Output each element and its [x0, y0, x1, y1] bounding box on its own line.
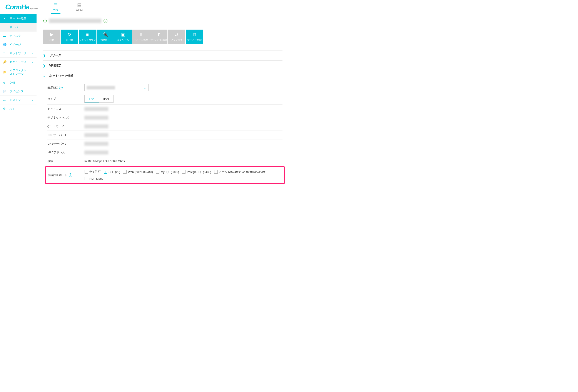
section-header-network[interactable]: ⌄ネットワーク情報 — [43, 74, 283, 78]
action-save-image: ⬇イメージ保存 — [132, 30, 150, 44]
main-content: ⏻ ? ▶起動 ⟳再起動 ■シャットダウン 🔌強制終了 ▣コンソール ⬇イメージ… — [37, 14, 289, 196]
sidebar-item-image[interactable]: 🌐イメージ — [0, 40, 37, 49]
gateway-value-redacted — [84, 124, 108, 128]
port-checkbox-2[interactable]: Web (20/21/80/443) — [123, 170, 153, 174]
section-header-vps[interactable]: ❯VPS設定 — [43, 64, 283, 68]
play-icon: ▶ — [50, 32, 53, 37]
section-header-resource[interactable]: ❯リソース — [43, 53, 283, 57]
action-shutdown[interactable]: ■シャットダウン — [79, 30, 96, 44]
reload-icon: ⟳ — [68, 32, 72, 37]
bandwidth-value: In 100.0 Mbps / Out 100.0 Mbps — [84, 159, 125, 163]
upload-icon: ⬆ — [157, 32, 161, 37]
action-rebuild: ⬆サーバー再構築 — [150, 30, 167, 44]
dns-icon: ⊕ — [3, 81, 7, 84]
port-checkbox-6[interactable]: RDP (3389) — [85, 177, 104, 180]
action-label: シャットダウン — [79, 38, 96, 42]
sidebar-item-label: ドメイン — [9, 98, 21, 102]
sidebar-item-server[interactable]: ☰サーバー — [0, 23, 37, 32]
dns1-value-redacted — [84, 133, 108, 137]
port-checkbox-1[interactable]: SSH (22) — [104, 170, 120, 174]
sidebar-item-network[interactable]: ⸬ネットワーク⌄ — [0, 49, 37, 58]
server-title-row: ⏻ ? — [43, 18, 283, 23]
checkbox-box — [123, 170, 127, 174]
field-label: DNSサーバー1 — [48, 133, 84, 137]
port-checkbox-label: PostgreSQL (5432) — [187, 170, 211, 174]
help-icon[interactable]: ? — [69, 173, 72, 177]
action-label: サーバー再構築 — [150, 38, 167, 42]
ip-tab-ipv4[interactable]: IPv4 — [85, 95, 99, 102]
folder-icon: 📁 — [3, 70, 7, 74]
sidebar-item-security[interactable]: 🔑セキュリティ⌄ — [0, 58, 37, 66]
logo: ConoHabyGMO — [5, 3, 38, 11]
field-label: 表示NIC — [48, 86, 58, 90]
field-label: サブネットマスク — [48, 116, 84, 120]
chevron-right-icon: ❯ — [43, 64, 46, 67]
service-tab-label: VPS — [53, 8, 58, 11]
field-label: 帯域 — [48, 159, 84, 163]
port-checkbox-label: SSH (22) — [108, 170, 120, 174]
action-delete-server[interactable]: 🗑サーバー削除 — [186, 30, 203, 44]
action-change-plan: ⇄プラン変更 — [168, 30, 185, 44]
action-bar: ▶起動 ⟳再起動 ■シャットダウン 🔌強制終了 ▣コンソール ⬇イメージ保存 ⬆… — [43, 30, 283, 44]
sidebar-item-label: API — [9, 107, 14, 110]
sidebar-item-object-storage[interactable]: 📁オブジェクトストレージ — [0, 66, 37, 78]
checkbox-box — [182, 170, 186, 174]
subnet-value-redacted — [84, 116, 108, 120]
nic-select[interactable]: ⌄ — [84, 84, 148, 91]
download-icon: ⬇ — [139, 32, 143, 37]
action-label: サーバー削除 — [187, 38, 202, 42]
field-label: IPアドレス — [48, 107, 84, 111]
checkbox-box — [104, 170, 107, 174]
field-label: DNSサーバー2 — [48, 142, 84, 146]
field-label: MACアドレス — [48, 150, 84, 154]
ip-tab-ipv6[interactable]: IPv6 — [99, 95, 113, 102]
help-icon[interactable]: ? — [103, 19, 107, 23]
port-checkbox-label: メール (25/110/143/465/587/993/995) — [219, 170, 266, 174]
field-nic: 表示NIC? ⌄ — [48, 82, 283, 93]
sidebar-item-label: DNS — [9, 81, 15, 84]
sidebar-item-label: サーバー — [9, 25, 21, 29]
license-icon: 📄 — [3, 90, 7, 93]
plug-icon: 🔌 — [103, 32, 108, 37]
service-tab-wing[interactable]: ▤ WING — [74, 0, 85, 14]
action-reboot[interactable]: ⟳再起動 — [61, 30, 78, 44]
sidebar-item-license[interactable]: 📄ライセンス — [0, 87, 37, 96]
field-bandwidth: 帯域In 100.0 Mbps / Out 100.0 Mbps — [48, 157, 283, 165]
servers-icon: ☰ — [54, 2, 58, 7]
dns2-value-redacted — [84, 142, 108, 146]
action-console[interactable]: ▣コンソール — [114, 30, 132, 44]
globe-icon: 🌐 — [3, 43, 7, 46]
field-label: タイプ — [48, 97, 84, 101]
chevron-down-icon: ⌄ — [32, 61, 34, 63]
sidebar-item-label: ライセンス — [9, 89, 24, 93]
sidebar-item-dns[interactable]: ⊕DNS — [0, 78, 37, 87]
sidebar-item-label-2: ストレージ — [9, 72, 27, 76]
action-boot: ▶起動 — [43, 30, 60, 44]
api-icon: ⚙ — [3, 107, 7, 110]
port-checkbox-4[interactable]: PostgreSQL (5432) — [182, 170, 211, 174]
port-checkbox-0[interactable]: 全て許可 — [85, 170, 101, 174]
sidebar-item-domain[interactable]: ▭ドメイン⌄ — [0, 96, 37, 104]
swap-icon: ⇄ — [175, 32, 179, 37]
port-checkbox-5[interactable]: メール (25/110/143/465/587/993/995) — [214, 170, 266, 174]
ip-value-redacted — [84, 107, 108, 111]
power-status-icon: ⏻ — [43, 18, 47, 23]
action-force-stop[interactable]: 🔌強制終了 — [96, 30, 114, 44]
port-checkbox-3[interactable]: MySQL (3306) — [156, 170, 179, 174]
sidebar-item-api[interactable]: ⚙API — [0, 104, 37, 113]
sidebar-item-add-server[interactable]: ＋サーバー追加 — [0, 14, 37, 23]
nic-value-redacted — [87, 86, 115, 89]
service-tab-vps[interactable]: ☰ VPS — [51, 0, 60, 14]
rack-icon: ▤ — [77, 2, 81, 7]
help-icon[interactable]: ? — [59, 86, 63, 89]
service-tabs: ☰ VPS ▤ WING — [51, 0, 85, 14]
section-title: VPS設定 — [49, 64, 61, 68]
checkbox-box — [214, 170, 218, 174]
action-label: 再起動 — [66, 38, 73, 42]
section-resource: ❯リソース — [43, 50, 283, 60]
chevron-down-icon: ⌄ — [144, 86, 146, 89]
port-checkbox-label: MySQL (3306) — [161, 170, 179, 174]
sidebar-item-disk[interactable]: ▬ディスク — [0, 32, 37, 40]
sidebar-item-label: ディスク — [9, 34, 21, 38]
header: ConoHabyGMO ☰ VPS ▤ WING — [0, 0, 289, 14]
